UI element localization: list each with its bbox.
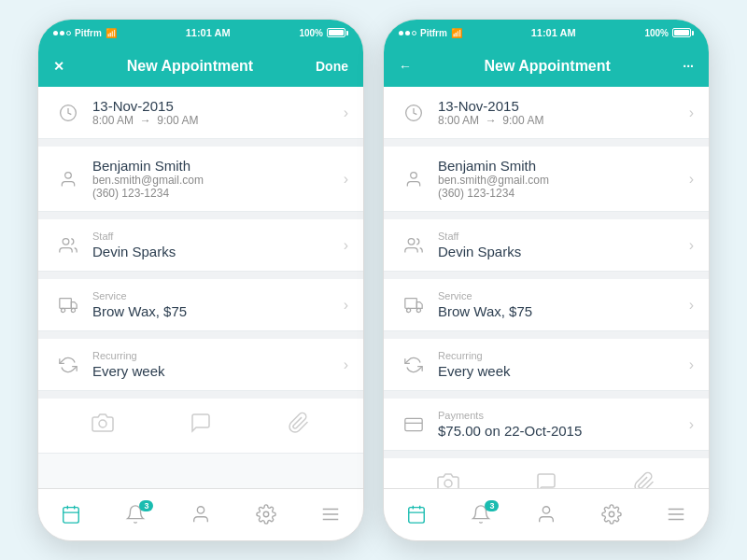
section-gap [384, 212, 709, 219]
chevron-icon: › [344, 237, 348, 254]
section-gap [38, 139, 363, 147]
back-button[interactable]: ← [399, 59, 412, 74]
done-button[interactable]: Done [316, 59, 348, 74]
payments-value-2: $75.00 on 22-Oct-2015 [438, 423, 689, 439]
content-2: 13-Nov-2015 8:00 AM → 9:00 AM › Benjamin… [384, 87, 709, 488]
tab-menu-2[interactable] [666, 504, 686, 525]
dot-2 [405, 31, 410, 35]
close-button[interactable]: ✕ [53, 59, 64, 74]
svg-rect-7 [63, 507, 79, 523]
section-gap [384, 331, 709, 339]
chevron-icon: › [689, 297, 694, 314]
section-gap [384, 272, 709, 279]
svg-point-17 [411, 172, 417, 178]
more-button[interactable]: ··· [683, 59, 694, 74]
signal-dots [53, 31, 71, 35]
tab-contacts-2[interactable] [536, 504, 557, 525]
svg-point-6 [99, 420, 106, 427]
nav-title-1: New Appointment [127, 58, 253, 75]
status-bar-2: Pitfrm 📶 11:01 AM 100% [384, 20, 709, 46]
person-icon [53, 170, 83, 189]
nav-title-2: New Appointment [484, 58, 610, 75]
section-gap [38, 212, 363, 219]
message-button[interactable] [190, 412, 212, 440]
svg-point-20 [407, 308, 411, 312]
battery-label: 100% [299, 28, 323, 38]
dot-1 [399, 31, 403, 35]
actions-row-1 [38, 399, 363, 454]
staff-value-2: Devin Sparks [438, 244, 689, 259]
payments-row-2[interactable]: Payments $75.00 on 22-Oct-2015 › [384, 399, 709, 451]
svg-point-21 [416, 308, 420, 312]
tab-menu-1[interactable] [320, 504, 341, 525]
carrier-label: Pitfrm [420, 28, 447, 38]
staff-label-2: Staff [438, 231, 689, 242]
dot-3 [412, 31, 416, 35]
contact-row-2[interactable]: Benjamin Smith ben.smith@gmail.com (360)… [384, 147, 709, 212]
time-value-2: 8:00 AM → 9:00 AM [438, 114, 689, 127]
time-value-1: 8:00 AM → 9:00 AM [92, 114, 344, 127]
dot-3 [66, 31, 71, 35]
svg-point-24 [444, 480, 452, 487]
tab-calendar-1[interactable] [61, 504, 81, 525]
date-value-2: 13-Nov-2015 [438, 98, 689, 114]
staff-row-2[interactable]: Staff Devin Sparks › [384, 219, 709, 272]
message-button-2[interactable] [535, 471, 557, 488]
recurring-value-2: Every week [438, 363, 689, 379]
battery-icon [327, 28, 348, 37]
status-time: 11:01 AM [186, 27, 231, 38]
recurring-icon [53, 356, 83, 374]
person-icon [399, 170, 429, 189]
tab-bar-1: 3 [38, 488, 363, 540]
camera-button[interactable] [92, 412, 114, 440]
chevron-icon: › [689, 357, 694, 373]
contact-row-1[interactable]: Benjamin Smith ben.smith@gmail.com (360)… [38, 147, 363, 212]
recurring-label-1: Recurring [92, 350, 344, 361]
payments-label-2: Payments [438, 410, 689, 421]
tab-bar-2: 3 [384, 488, 709, 540]
svg-rect-3 [60, 298, 72, 308]
status-bar-1: Pitfrm 📶 11:01 AM 100% [38, 20, 363, 46]
contact-name-1: Benjamin Smith [92, 158, 344, 174]
dot-1 [53, 31, 58, 35]
attach-button[interactable] [288, 412, 310, 440]
datetime-row-2[interactable]: 13-Nov-2015 8:00 AM → 9:00 AM › [384, 87, 709, 139]
svg-point-30 [609, 511, 614, 517]
recurring-row-1[interactable]: Recurring Every week › [38, 339, 363, 391]
recurring-row-2[interactable]: Recurring Every week › [384, 339, 709, 391]
carrier-label: Pitfrm [75, 28, 102, 38]
svg-point-29 [543, 506, 549, 512]
svg-point-5 [71, 308, 75, 312]
section-gap [384, 391, 709, 399]
chevron-icon: › [689, 105, 694, 121]
tab-notifications-1[interactable]: 3 [125, 504, 146, 525]
nav-bar-1: ✕ New Appointment Done [38, 46, 363, 87]
service-row-1[interactable]: Service Brow Wax, $75 › [38, 279, 363, 331]
notification-badge-2: 3 [485, 500, 499, 511]
svg-point-18 [408, 238, 415, 245]
contact-email-2: ben.smith@gmail.com [438, 174, 689, 187]
svg-point-12 [263, 511, 269, 517]
chevron-icon: › [344, 171, 348, 188]
camera-button-2[interactable] [437, 471, 459, 488]
status-time-2: 11:01 AM [531, 27, 576, 38]
section-gap [38, 391, 363, 399]
battery-label: 100% [644, 28, 669, 38]
attach-button-2[interactable] [633, 471, 655, 488]
phones-container: Pitfrm 📶 11:01 AM 100% ✕ New Appointment… [19, 0, 728, 560]
tab-calendar-2[interactable] [406, 504, 427, 525]
contact-phone-2: (360) 123-1234 [438, 187, 689, 200]
service-row-2[interactable]: Service Brow Wax, $75 › [384, 279, 709, 331]
phone-1: Pitfrm 📶 11:01 AM 100% ✕ New Appointment… [37, 19, 364, 541]
datetime-row-1[interactable]: 13-Nov-2015 8:00 AM → 9:00 AM › [38, 87, 363, 139]
svg-rect-25 [409, 507, 425, 523]
clock-icon [399, 104, 429, 122]
tab-settings-2[interactable] [601, 504, 622, 525]
section-gap [384, 139, 709, 147]
tab-settings-1[interactable] [256, 504, 276, 525]
tab-contacts-1[interactable] [190, 504, 211, 525]
staff-row-1[interactable]: Staff Devin Sparks › [38, 219, 363, 272]
staff-value-1: Devin Sparks [92, 244, 344, 259]
tab-notifications-2[interactable]: 3 [471, 504, 491, 525]
svg-point-1 [65, 172, 72, 178]
